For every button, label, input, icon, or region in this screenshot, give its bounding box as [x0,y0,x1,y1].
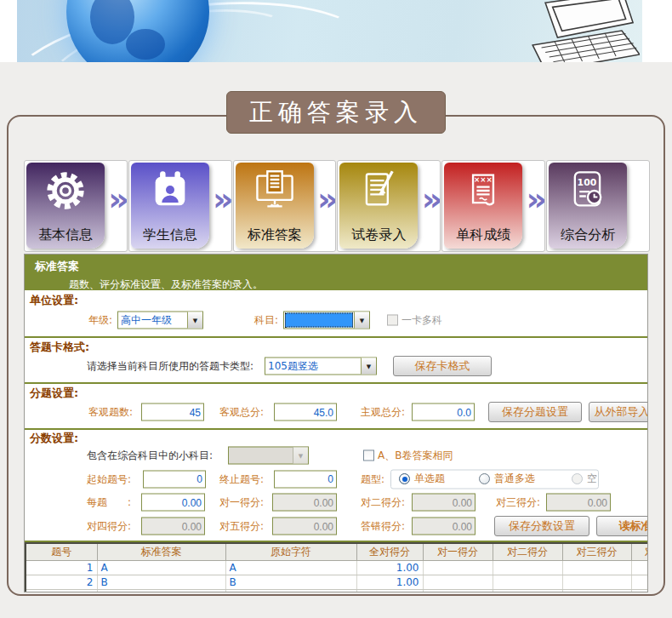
step-subject-score[interactable]: ××× 单科成绩 » [441,160,545,252]
step-label: 综合分析 [549,226,627,244]
step-tile: 基本信息 [26,163,105,249]
score1-input [272,494,337,512]
score4-input [141,518,205,535]
step-label: 标准答案 [236,226,314,244]
step-label: 单科成绩 [444,226,522,244]
section-divider [25,336,647,338]
radio-label: 普通多选 [494,472,535,486]
cell-score1[interactable] [423,561,493,575]
col-header: 对三得分 [562,543,631,561]
score4-label: 对四得分: [87,519,131,534]
svg-text:100: 100 [578,177,597,188]
cell-score3[interactable] [562,561,631,575]
radio-label: 单选题 [414,472,445,486]
step-student-info[interactable]: 学生信息 » [128,160,232,252]
score-row-2: 对四得分: 对五得分: 答错得分: 保存分数设置 读标准答案 [25,514,647,538]
col-header: 题号 [26,543,97,561]
chevron-right-icon: » [527,183,546,215]
start-number-label: 起始题号: [87,472,131,486]
multi-card-label: 一卡多科 [401,313,442,328]
cell-standard-answer[interactable]: B [97,575,225,590]
wrong-score-input [412,518,476,535]
card-type-label: 请选择当前科目所使用的答题卡类型: [87,359,253,374]
section-banner: 标准答案 题数、评分标准设置、及标准答案的录入。 [25,255,647,290]
step-label: 学生信息 [131,226,209,244]
objective-total-input[interactable] [274,403,337,421]
step-label: 试卷录入 [339,226,418,244]
subjective-total-input[interactable] [412,403,475,421]
ab-same-label: A、B卷答案相同 [378,449,453,463]
save-split-settings-button[interactable]: 保存分题设置 [488,402,582,422]
grade-select[interactable]: 高中一年级 ▼ [117,312,203,329]
cell-full-score[interactable]: 1.00 [356,561,423,575]
cell-score2[interactable] [493,575,562,590]
split-settings-row: 客观题数: 客观总分: 主观总分: 保存分题设置 从外部导入标准答案 [25,399,647,425]
radio-icon [479,473,490,484]
cell-standard-answer[interactable]: A [97,561,225,575]
subject-select[interactable]: ▼ [283,312,370,329]
monitor-document-icon [253,169,297,213]
objective-count-input[interactable] [141,403,204,421]
start-number-input[interactable] [143,470,206,488]
chevron-right-icon: » [213,183,232,215]
cell-question-no[interactable]: 2 [26,575,97,590]
svg-text:×××: ××× [474,175,493,184]
step-comprehensive-analysis[interactable]: 100 综合分析 [546,160,650,252]
cell-score4[interactable] [631,561,648,575]
step-label: 基本信息 [26,226,105,244]
cell-score4[interactable] [631,575,648,590]
per-question-input[interactable] [141,494,205,512]
step-paper-entry[interactable]: 试卷录入 » [337,160,441,252]
gear-icon [43,169,88,213]
col-header: 全对得分 [356,543,423,561]
col-header: 原始字符 [225,543,356,561]
subjective-total-label: 主观总分: [361,405,405,420]
cell-score2[interactable] [493,561,562,575]
per-question-label: 每题 : [87,495,131,510]
cell-question-no[interactable]: 1 [26,561,97,575]
step-tile: 标准答案 [236,163,314,249]
import-external-button[interactable]: 从外部导入标准答案 [589,402,648,422]
col-header: 对二得分 [493,543,562,561]
chevron-right-icon: » [422,183,441,215]
step-tile: ××× 单科成绩 [444,163,522,249]
cell-raw-chars[interactable]: B [225,575,356,590]
sub-subject-select: ▼ [228,447,309,465]
score5-input [272,518,337,535]
step-tile: 100 综合分析 [549,163,627,249]
page-title: 正确答案录入 [226,91,446,134]
cell-raw-chars[interactable]: A [225,561,356,575]
step-basic-info[interactable]: 基本信息 » [24,160,128,252]
card-type-select[interactable]: 105题竖选 ▼ [265,358,377,375]
sub-subject-row: 包含在综合科目中的小科目: ▼ A、B卷答案相同 [25,443,647,467]
chevron-right-icon: » [317,183,337,215]
cell-full-score[interactable]: 1.00 [356,575,423,590]
card-type-select-value: 105题竖选 [265,358,361,375]
radio-multi-choice[interactable]: 普通多选 [479,472,535,486]
col-header: 对一得分 [423,543,493,561]
cell-score3[interactable] [562,575,631,590]
unit-settings-row: 年级: 高中一年级 ▼ 科目: ▼ 一卡多科 [25,307,647,333]
chevron-down-icon: ▼ [187,312,202,329]
cell-score1[interactable] [423,575,493,590]
save-card-format-button[interactable]: 保存卡格式 [393,356,492,376]
objective-count-label: 客观题数: [88,405,133,420]
read-standard-answers-button[interactable]: 读标准答案 [596,516,648,536]
score5-label: 对五得分: [219,519,264,534]
question-type-label: 题型: [361,472,384,486]
radio-single-choice[interactable]: 单选题 [399,472,445,486]
step-standard-answers[interactable]: 标准答案 » [233,160,337,252]
score-row-1: 每题 : 对一得分: 对二得分: 对三得分: [25,490,647,514]
report-clock-icon: 100 [566,169,610,213]
workflow-steps: 基本信息 » 学生信息 » [24,160,650,252]
save-score-settings-button[interactable]: 保存分数设置 [494,516,589,536]
radio-disabled-icon [572,473,583,484]
main-panel: 基本信息 » 学生信息 » [7,115,665,596]
section-divider [25,382,647,384]
ab-same-checkbox[interactable] [363,450,374,461]
chevron-down-icon: ▼ [354,312,369,329]
end-number-input[interactable] [274,470,337,488]
multi-card-checkbox [387,315,398,326]
banner-image [17,0,642,62]
sub-subject-select-value [229,448,293,464]
